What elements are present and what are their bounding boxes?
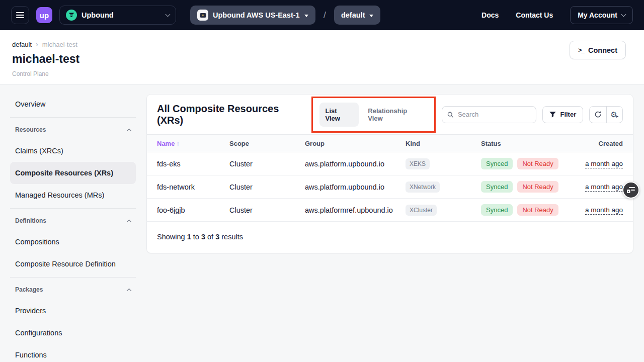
column-header-created[interactable]: Created — [574, 140, 623, 147]
sort-ascending-icon: ↑ — [176, 140, 180, 147]
upbound-logo[interactable]: up — [36, 7, 52, 23]
sidebar-item-claims[interactable]: Claims (XRCs) — [10, 140, 136, 162]
table-row[interactable]: fds-eks Cluster aws.platform.upbound.io … — [147, 152, 633, 175]
sidebar-item-configurations[interactable]: Configurations — [10, 322, 136, 344]
sidebar-item-xrd[interactable]: Composite Resource Definition — [10, 253, 136, 275]
my-account-menu[interactable]: My Account — [570, 6, 633, 24]
panel-toolbar: All Composite Resources (XRs) List View … — [147, 95, 633, 134]
sidebar-item-overview[interactable]: Overview — [10, 93, 136, 115]
resource-center-widget-button[interactable] — [622, 182, 639, 199]
filter-icon — [549, 112, 556, 118]
menu-icon[interactable] — [11, 6, 29, 24]
filter-button[interactable]: Filter — [542, 106, 583, 123]
top-navbar: up Upbound Upbound AWS US-East-1 / defau… — [0, 0, 644, 30]
caret-down-icon — [369, 15, 373, 17]
panel-title: All Composite Resources (XRs) — [157, 103, 305, 126]
cell-scope: Cluster — [229, 206, 305, 214]
chevron-down-icon — [166, 12, 171, 17]
kind-badge: XEKS — [406, 158, 430, 169]
connect-button-label: Connect — [588, 46, 617, 54]
results-end: 3 — [201, 233, 205, 241]
sidebar-item-composite-resources[interactable]: Composite Resources (XRs) — [10, 162, 136, 184]
tab-list-view[interactable]: List View — [319, 103, 359, 127]
created-timestamp[interactable]: a month ago — [585, 183, 623, 192]
created-timestamp[interactable]: a month ago — [585, 206, 623, 215]
column-header-scope[interactable]: Scope — [229, 140, 305, 147]
control-plane-icon — [197, 10, 208, 21]
results-total: 3 — [215, 233, 219, 241]
breadcrumb-current: michael-test — [42, 41, 77, 48]
cell-group: aws.platform.upbound.io — [305, 183, 406, 191]
breadcrumb-parent[interactable]: default — [12, 41, 32, 48]
page-title: michael-test — [12, 52, 626, 66]
composite-resources-panel: All Composite Resources (XRs) List View … — [146, 94, 633, 253]
kind-badge: XNetwork — [406, 182, 440, 193]
table-row[interactable]: foo-6jgjb Cluster aws.platformref.upboun… — [147, 199, 633, 222]
column-header-kind[interactable]: Kind — [406, 140, 481, 147]
page-header: default › michael-test michael-test Cont… — [0, 30, 644, 84]
refresh-icon — [594, 111, 602, 118]
sidebar-section-label: Packages — [15, 286, 43, 293]
org-avatar-icon — [66, 10, 77, 21]
sidebar-item-compositions[interactable]: Compositions — [10, 231, 136, 253]
caret-down-icon — [304, 15, 308, 17]
play-icon: ▸ — [616, 114, 619, 119]
status-badge-not-ready: Not Ready — [517, 158, 558, 169]
status-badge-not-ready: Not Ready — [517, 204, 558, 216]
results-start: 1 — [187, 233, 191, 241]
sidebar-section-label: Definitions — [15, 217, 46, 224]
terminal-icon: >_ — [578, 47, 584, 54]
cell-name: fds-eks — [157, 160, 229, 168]
column-header-status[interactable]: Status — [481, 140, 574, 147]
chevron-up-icon — [127, 288, 132, 293]
cell-group: aws.platform.upbound.io — [305, 160, 406, 168]
chevron-down-icon — [621, 12, 626, 17]
chevron-up-icon — [127, 128, 132, 133]
divider — [10, 277, 136, 278]
refresh-button[interactable] — [590, 107, 606, 123]
org-selector[interactable]: Upbound — [59, 6, 176, 25]
org-selector-label: Upbound — [82, 11, 162, 19]
status-badge-synced: Synced — [481, 181, 513, 193]
created-timestamp[interactable]: a month ago — [585, 160, 623, 168]
status-badge-synced: Synced — [481, 204, 513, 216]
table-row[interactable]: fds-network Cluster aws.platform.upbound… — [147, 175, 633, 199]
sidebar-item-providers[interactable]: Providers — [10, 300, 136, 322]
sidebar-section-packages[interactable]: Packages — [10, 280, 136, 300]
cell-name: fds-network — [157, 183, 229, 191]
sidebar-section-definitions[interactable]: Definitions — [10, 211, 136, 231]
auto-refresh-settings-button[interactable]: ⚙ ▸ — [606, 107, 622, 123]
breadcrumb-separator-icon: › — [36, 40, 38, 48]
group-selector[interactable]: default — [334, 6, 381, 25]
chevron-up-icon — [127, 219, 132, 224]
status-badge-not-ready: Not Ready — [517, 181, 558, 193]
search-box — [442, 106, 537, 123]
results-summary: Showing 1 to 3 of 3 results — [147, 222, 633, 253]
divider — [10, 117, 136, 118]
control-plane-selector-label: Upbound AWS US-East-1 — [213, 11, 300, 19]
filter-button-label: Filter — [560, 111, 576, 118]
contact-us-link[interactable]: Contact Us — [516, 11, 553, 19]
table-actions-group: ⚙ ▸ — [589, 106, 623, 123]
sidebar-section-resources[interactable]: Resources — [10, 120, 136, 140]
control-plane-selector[interactable]: Upbound AWS US-East-1 — [190, 6, 315, 25]
sidebar: Overview Resources Claims (XRCs) Composi… — [10, 93, 136, 362]
docs-link[interactable]: Docs — [481, 11, 499, 19]
sidebar-item-functions[interactable]: Functions — [10, 344, 136, 362]
resource-center-icon — [627, 187, 635, 194]
navbar-right: Docs Contact Us My Account — [481, 6, 633, 24]
group-selector-label: default — [341, 11, 365, 19]
divider — [10, 208, 136, 209]
connect-button[interactable]: >_ Connect — [570, 41, 626, 59]
sidebar-item-managed-resources[interactable]: Managed Resources (MRs) — [10, 184, 136, 206]
table-header-row: Name↑ Scope Group Kind Status Created — [147, 134, 633, 152]
breadcrumb: default › michael-test — [12, 40, 626, 48]
status-badge-synced: Synced — [481, 158, 513, 169]
column-header-name[interactable]: Name↑ — [157, 140, 229, 147]
tab-relationship-view[interactable]: Relationship View — [368, 107, 422, 122]
search-input[interactable] — [457, 110, 531, 119]
sidebar-section-label: Resources — [15, 126, 46, 133]
page-subtitle: Control Plane — [12, 70, 626, 77]
cell-name: foo-6jgjb — [157, 206, 229, 214]
column-header-group[interactable]: Group — [305, 140, 406, 147]
